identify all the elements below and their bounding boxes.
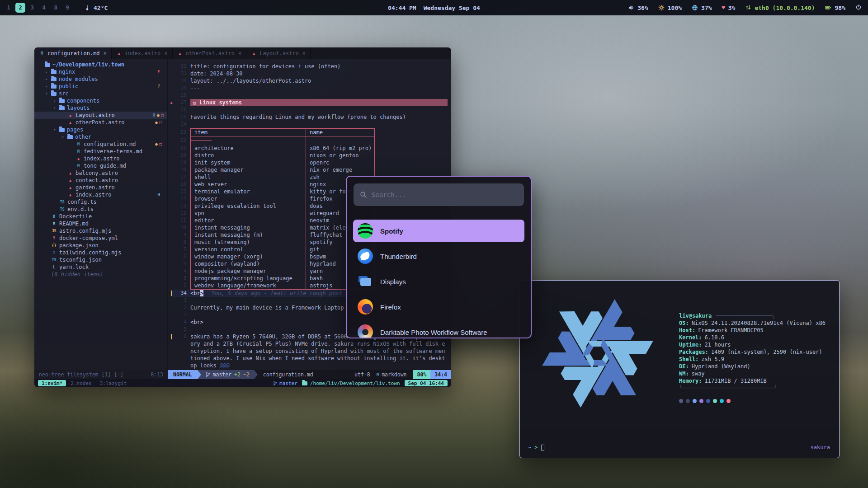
table-cell-item: terminal emulator xyxy=(191,188,306,195)
buffer-tab[interactable]: M configuration.md × xyxy=(34,47,112,59)
launcher-item-label: Spotify xyxy=(380,227,403,235)
tree-item[interactable]: ▲ index.astro H xyxy=(34,191,167,198)
tree-item[interactable]: TS env.d.ts xyxy=(34,206,167,213)
tree-item[interactable]: ▸ components xyxy=(34,97,167,104)
tmux-window[interactable]: 2:nodes xyxy=(67,380,95,386)
gear-icon xyxy=(658,5,665,11)
file-icon: M xyxy=(75,148,81,155)
battery-icon xyxy=(825,5,832,11)
search-input[interactable] xyxy=(372,191,518,198)
tree-item[interactable]: Y docker-compose.yml xyxy=(34,235,167,242)
tree-item[interactable]: ▾ other xyxy=(34,133,167,141)
workspace-button[interactable]: 3 xyxy=(27,3,37,13)
launcher-item[interactable]: Displays xyxy=(353,270,524,293)
fetch-info-line: Memory:11731MiB / 31280MiB xyxy=(679,377,829,385)
tree-item[interactable]: ▾ layouts xyxy=(34,104,167,112)
box-border: ─────────────────╮ xyxy=(716,312,775,319)
tree-item[interactable]: ▲ index.astro xyxy=(34,155,167,162)
memory-value: 37% xyxy=(701,5,712,11)
editor-line[interactable]: 26 xyxy=(170,106,448,113)
tree-item-label: pages xyxy=(67,127,83,133)
file-icon: ▲ xyxy=(67,184,73,191)
close-icon[interactable]: × xyxy=(104,50,107,56)
close-icon[interactable]: × xyxy=(164,50,167,56)
tree-item[interactable]: ▲ contact.astro xyxy=(34,177,167,184)
fetch-info-line: Packages:1409 (nix-system), 2590 (nix-us… xyxy=(679,348,829,356)
tree-item-label: balcony.astro xyxy=(75,170,118,176)
editor-line[interactable]: 29 --- xyxy=(170,84,448,92)
table-cell-name: nixos or gentoo xyxy=(306,152,374,159)
close-icon[interactable]: × xyxy=(238,50,241,56)
brightness-value: 100% xyxy=(668,5,682,11)
search-icon xyxy=(360,191,367,198)
tree-item[interactable]: ~/Development/liv.town xyxy=(34,61,167,68)
tree-item[interactable]: {} package.json xyxy=(34,242,167,249)
workspace-button[interactable]: 1 xyxy=(4,3,14,13)
launcher-item[interactable]: Spotify xyxy=(353,220,524,242)
buffer-tab[interactable]: ▲ index.astro × xyxy=(112,47,173,59)
bufferline: M configuration.md × ▲ index.astro × ▲ o… xyxy=(34,47,451,59)
editor-paragraph[interactable]: 6 sakura has a Ryzen 5 7640U, 32GB of DD… xyxy=(170,333,448,369)
tree-item[interactable]: L yarn.lock xyxy=(34,263,167,271)
power-button[interactable] xyxy=(855,3,862,13)
editor-line[interactable]: 24 xyxy=(170,121,448,128)
launcher-item[interactable]: Thunderbird xyxy=(353,245,524,267)
file-icon: ▲ xyxy=(67,119,73,126)
buffer-tab[interactable]: ▲ otherPost.astro × xyxy=(173,47,247,59)
editor-line[interactable]: 32 title: configuration for devices i us… xyxy=(170,63,448,70)
tree-item[interactable]: (6 hidden items) xyxy=(34,271,167,278)
workspace-button[interactable]: 4 xyxy=(39,3,49,13)
tree-item[interactable]: ▸ nginx E xyxy=(34,68,167,75)
tree-item-label: index.astro xyxy=(84,155,119,162)
tmux-window[interactable]: 1:nvim* xyxy=(38,380,66,386)
table-delimiter-row: 22 xyxy=(191,136,374,145)
file-icon: {} xyxy=(51,242,57,249)
tmux-clock: Sep 04 16:44 xyxy=(405,380,448,386)
tree-item[interactable]: ▲ otherPost.astro ● □ xyxy=(34,119,167,126)
editor-line[interactable]: 31 date: 2024-08-30 xyxy=(170,70,448,77)
tree-item[interactable]: TS config.ts xyxy=(34,198,167,206)
editor-line[interactable]: 30 layout: ../../layouts/otherPost.astro xyxy=(170,77,448,84)
tree-item[interactable]: T tailwind.config.mjs xyxy=(34,249,167,256)
tree-item[interactable]: M fediverse-terms.md xyxy=(34,148,167,155)
launcher-item[interactable]: Firefox xyxy=(353,296,524,318)
editor-line[interactable]: 28 xyxy=(170,92,448,99)
workspace-button[interactable]: 2 xyxy=(15,3,25,13)
tree-item[interactable]: ▾ pages xyxy=(34,126,167,133)
file-icon: M xyxy=(75,141,81,148)
table-row: 19 init system openrc xyxy=(191,159,374,166)
file-icon: TS xyxy=(59,206,65,213)
vim-cursor: > xyxy=(200,290,203,296)
editor-line[interactable]: 25 Favorite things regarding Linux and m… xyxy=(170,113,448,121)
tmux-window[interactable]: 3:lazygit xyxy=(96,380,131,386)
tree-item[interactable]: ▾ src xyxy=(34,90,167,97)
launcher-item[interactable]: Darktable Photo Workflow Software xyxy=(353,321,524,338)
workspace-button[interactable]: 9 xyxy=(62,3,72,13)
workspace-button[interactable]: 8 xyxy=(51,3,61,13)
tree-item[interactable]: ▲ Layout.astro H ● □ xyxy=(34,112,167,119)
shell-prompt[interactable]: ~ > sakura xyxy=(528,444,830,450)
volume-module[interactable]: 36% xyxy=(628,5,648,11)
network-module[interactable]: eth0 (10.0.0.140) xyxy=(745,5,815,11)
tree-item[interactable]: M tone-guide.md xyxy=(34,162,167,169)
buffer-tab[interactable]: ▲ Layout.astro × xyxy=(246,47,311,59)
network-value: eth0 (10.0.0.140) xyxy=(755,5,815,11)
tree-item[interactable]: JS astro.config.mjs xyxy=(34,227,167,235)
tree-item[interactable]: TS tsconfig.json xyxy=(34,256,167,263)
cpu-module: ♥ 3% xyxy=(722,5,736,11)
tree-item[interactable]: ▸ public ? xyxy=(34,83,167,90)
tree-item[interactable]: ▲ garden.astro xyxy=(34,184,167,191)
file-icon: L xyxy=(51,263,57,271)
buffer-tab-label: Layout.astro xyxy=(259,50,299,56)
tree-item[interactable]: M README.md xyxy=(34,220,167,227)
prompt-symbol: > xyxy=(534,444,538,450)
file-icon xyxy=(59,106,65,110)
tree-item[interactable]: M configuration.md ● □ xyxy=(34,141,167,148)
git-status-marks: ● □ xyxy=(155,120,164,125)
close-icon[interactable]: × xyxy=(302,50,306,56)
tree-item[interactable]: ▸ node_modules xyxy=(34,75,167,83)
markdown-heading[interactable]: 27 Linux systems xyxy=(170,99,448,106)
tree-item[interactable]: ▲ balcony.astro xyxy=(34,169,167,177)
globe-icon xyxy=(692,5,698,11)
tree-item[interactable]: D Dockerfile xyxy=(34,213,167,220)
